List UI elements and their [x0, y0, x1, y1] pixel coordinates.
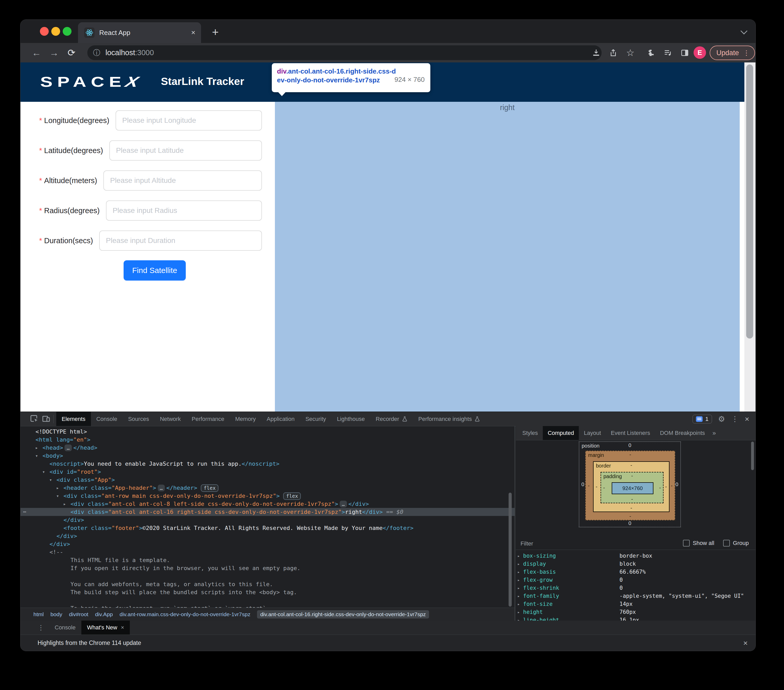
forward-icon[interactable]: →: [49, 43, 59, 63]
address-bar[interactable]: ⓘ localhost:3000: [87, 45, 601, 60]
close-whats-new-icon[interactable]: ×: [121, 624, 124, 631]
elements-tree-row[interactable]: To begin the development, run `npm start…: [20, 604, 515, 608]
elements-tree-row[interactable]: This HTML file is a template.: [20, 556, 515, 564]
elements-tree-row[interactable]: ▾<div class="App">: [20, 476, 515, 484]
elements-tree-row[interactable]: ▾<div id="root">: [20, 468, 515, 476]
border-top-value[interactable]: -: [630, 462, 632, 468]
bookmark-star-icon[interactable]: ☆: [624, 46, 637, 59]
padding-top-value[interactable]: -: [631, 473, 633, 479]
share-icon[interactable]: [606, 46, 620, 59]
computed-property-row[interactable]: ▸flex-shrink0: [516, 584, 756, 592]
drawer-tab-console[interactable]: Console: [49, 621, 81, 634]
back-icon[interactable]: ←: [32, 43, 41, 63]
computed-property-row[interactable]: ▸box-sizingborder-box: [516, 552, 756, 560]
group-checkbox[interactable]: Group: [723, 540, 749, 547]
flex-badge[interactable]: flex: [283, 492, 301, 500]
box-model-margin[interactable]: margin - - - - border - - - - padding -: [585, 451, 675, 520]
page-scrollbar[interactable]: [744, 63, 756, 412]
checkbox-icon[interactable]: [683, 540, 690, 547]
twisty-expanded-icon[interactable]: ▾: [56, 492, 59, 500]
twisty-collapsed-icon[interactable]: ▸: [517, 600, 520, 608]
twisty-expanded-icon[interactable]: ▾: [42, 468, 45, 476]
new-tab-button[interactable]: +: [208, 24, 223, 40]
elements-tree-row[interactable]: ▸<head>…</head>: [20, 444, 515, 452]
elements-tree-row[interactable]: <!DOCTYPE html>: [20, 428, 515, 436]
breadcrumb-item-div-ant-row-main-css-dev-only-do-not-override-1vr7spz[interactable]: div.ant-row.main.css-dev-only-do-not-ove…: [119, 611, 250, 618]
checkbox-icon[interactable]: [723, 540, 730, 547]
expand-inline-icon[interactable]: …: [158, 484, 165, 491]
elements-tree-row[interactable]: <html lang="en">: [20, 436, 515, 444]
padding-left-value[interactable]: -: [603, 484, 605, 491]
elements-tree-row[interactable]: ▾<body>: [20, 452, 515, 460]
twisty-collapsed-icon[interactable]: ▸: [35, 444, 38, 452]
pane-divider[interactable]: [515, 426, 516, 621]
field-input-latitude-degrees[interactable]: [109, 140, 262, 161]
twisty-collapsed-icon[interactable]: ▸: [517, 616, 520, 621]
field-input-longitude-degrees[interactable]: [115, 110, 262, 130]
breadcrumb-item-div-root[interactable]: div#root: [69, 611, 88, 618]
computed-property-row[interactable]: ▸height760px: [516, 608, 756, 616]
elements-tree-row[interactable]: </div>: [20, 516, 515, 524]
side-panel-icon[interactable]: [678, 46, 692, 59]
elements-tree-row[interactable]: [20, 572, 515, 580]
site-info-icon[interactable]: ⓘ: [93, 48, 100, 58]
whats-new-message[interactable]: Highlights from the Chrome 114 update: [38, 639, 141, 647]
row-overflow-icon[interactable]: ⋯: [23, 508, 26, 516]
twisty-collapsed-icon[interactable]: ▸: [517, 568, 520, 576]
elements-tree-row[interactable]: The build step will place the bundled sc…: [20, 588, 515, 596]
page-scrollbar-thumb[interactable]: [746, 64, 753, 339]
browser-tab[interactable]: React App ×: [78, 22, 201, 43]
elements-tree-row[interactable]: <!--: [20, 548, 515, 556]
padding-bottom-value[interactable]: -: [631, 496, 633, 502]
margin-bottom-value[interactable]: -: [629, 513, 631, 519]
devtools-tab-console[interactable]: Console: [91, 412, 123, 426]
devtools-tab-performance[interactable]: Performance: [186, 412, 230, 426]
margin-left-value[interactable]: -: [588, 483, 590, 489]
devtools-tab-network[interactable]: Network: [155, 412, 186, 426]
drawer-menu-kebab-icon[interactable]: ⋮: [38, 624, 44, 632]
twisty-collapsed-icon[interactable]: ▸: [517, 608, 520, 616]
elements-tree-row[interactable]: </div>: [20, 540, 515, 548]
twisty-collapsed-icon[interactable]: ▸: [63, 500, 66, 508]
border-right-value[interactable]: -: [665, 484, 667, 490]
devtools-tab-lighthouse[interactable]: Lighthouse: [331, 412, 370, 426]
computed-property-row[interactable]: ▸font-size14px: [516, 600, 756, 608]
chevron-down-icon[interactable]: [741, 28, 748, 35]
sidebar-tab-styles[interactable]: Styles: [517, 426, 543, 440]
twisty-collapsed-icon[interactable]: ▸: [517, 560, 520, 568]
twisty-collapsed-icon[interactable]: ▸: [56, 484, 59, 492]
twisty-collapsed-icon[interactable]: ▸: [517, 584, 520, 592]
window-zoom-icon[interactable]: [63, 27, 71, 36]
position-right-value[interactable]: 0: [675, 481, 678, 487]
elements-tree-row[interactable]: ▸<header class="App-header">…</header>fl…: [20, 484, 515, 492]
breadcrumb-item-div-app[interactable]: div.App: [95, 611, 113, 618]
computed-property-row[interactable]: ▸flex-basis66.6667%: [516, 568, 756, 576]
download-icon[interactable]: [590, 46, 603, 59]
twisty-collapsed-icon[interactable]: ▸: [517, 576, 520, 584]
window-close-icon[interactable]: [40, 27, 49, 36]
position-bottom-value[interactable]: 0: [628, 520, 631, 526]
console-messages-badge[interactable]: 1: [693, 415, 712, 423]
browser-menu-kebab-icon[interactable]: ⋮: [743, 49, 750, 57]
margin-top-value[interactable]: -: [629, 452, 631, 458]
breadcrumb-item-div-ant-col-ant-col-16-right-side-css-dev-only-do-not-override-1vr7spz[interactable]: div.ant-col.ant-col-16.right-side.css-de…: [257, 610, 429, 619]
position-left-value[interactable]: 0: [581, 481, 584, 487]
close-drawer-icon[interactable]: ×: [743, 639, 748, 647]
sidebar-tab-computed[interactable]: Computed: [543, 426, 579, 440]
sidebar-overflow-icon[interactable]: »: [710, 426, 718, 440]
close-tab-icon[interactable]: ×: [191, 28, 195, 37]
devtools-tab-memory[interactable]: Memory: [230, 412, 261, 426]
elements-tree-row[interactable]: [20, 596, 515, 604]
twisty-collapsed-icon[interactable]: ▸: [517, 592, 520, 600]
elements-tree-row[interactable]: </div>: [20, 532, 515, 540]
expand-inline-icon[interactable]: …: [64, 445, 71, 451]
field-input-radius-degrees[interactable]: [106, 201, 262, 221]
profile-avatar[interactable]: E: [693, 46, 706, 59]
field-input-altitude-meters[interactable]: [104, 170, 262, 191]
breadcrumb-item-html[interactable]: html: [33, 611, 44, 618]
update-button[interactable]: Update ⋮: [710, 46, 755, 60]
border-left-value[interactable]: -: [596, 484, 598, 490]
show-all-checkbox[interactable]: Show all: [683, 540, 714, 547]
devtools-tab-recorder[interactable]: Recorder: [370, 412, 413, 426]
elements-scrollbar-thumb[interactable]: [509, 492, 512, 607]
